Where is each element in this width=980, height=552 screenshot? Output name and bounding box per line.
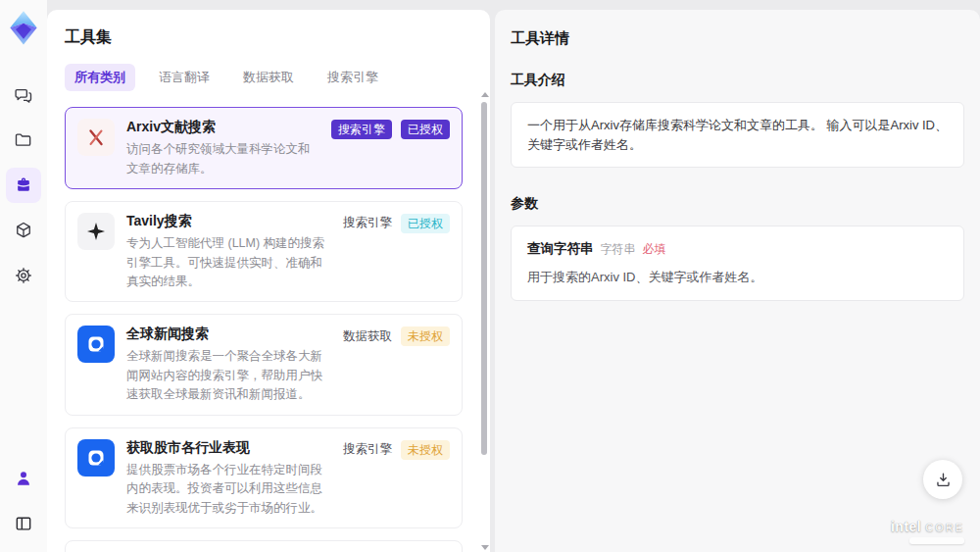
param-name: 查询字符串: [527, 239, 594, 259]
intro-heading: 工具介绍: [511, 72, 964, 89]
package-icon[interactable]: [6, 213, 41, 248]
scroll-down-icon[interactable]: [481, 545, 489, 550]
list-scrollbar[interactable]: [480, 92, 488, 550]
panel-layout-icon[interactable]: [6, 506, 41, 541]
status-badge: 未授权: [401, 440, 450, 460]
scroll-up-icon[interactable]: [481, 92, 489, 97]
arxiv-icon: [77, 119, 115, 156]
download-button[interactable]: [923, 460, 962, 499]
brand-subbar: [909, 537, 964, 544]
tool-desc: 专为人工智能代理 (LLM) 构建的搜索引擎工具。可快速提供实时、准确和真实的结…: [126, 234, 331, 291]
brand-core: core: [925, 522, 964, 533]
brand-intel: intel: [891, 519, 921, 534]
category-badge: 搜索引擎: [331, 120, 392, 139]
status-badge: 未授权: [401, 326, 450, 346]
category-tabs: 所有类别 语言翻译 数据获取 搜索引擎: [65, 64, 472, 91]
page-title: 工具集: [65, 27, 472, 48]
status-badge: 已授权: [401, 214, 450, 233]
tool-name: 全球新闻搜索: [126, 325, 331, 342]
param-desc: 用于搜索的Arxiv ID、关键字或作者姓名。: [527, 268, 948, 287]
tool-name: Tavily搜索: [126, 212, 331, 229]
intel-core-logo: intelcore: [891, 520, 964, 544]
params-heading: 参数: [511, 195, 964, 213]
news-search-icon: [77, 439, 115, 477]
param-card: 查询字符串 字符串 必填 用于搜索的Arxiv ID、关键字或作者姓名。: [511, 226, 964, 301]
chat-icon[interactable]: [6, 77, 41, 113]
param-type: 字符串: [601, 240, 636, 258]
download-icon: [934, 471, 953, 489]
tool-detail-panel: 工具详情 工具介绍 一个用于从Arxiv存储库搜索科学论文和文章的工具。 输入可…: [495, 10, 980, 552]
param-required-badge: 必填: [643, 240, 666, 258]
status-badge: 已授权: [401, 120, 450, 139]
tool-card-global-news[interactable]: 全球新闻搜索 全球新闻搜索是一个聚合全球各大新闻网站内容的搜索引擎，帮助用户快速…: [65, 314, 463, 415]
category-label: 数据获取: [343, 328, 392, 345]
left-rail: [0, 0, 47, 552]
tool-card-sector-performance[interactable]: 获取股市各行业表现 提供股票市场各个行业在特定时间段内的表现。投资者可以利用这些…: [65, 427, 463, 528]
main-content: 工具集 所有类别 语言翻译 数据获取 搜索引擎 Arxiv文献搜索 访问各个研究…: [47, 0, 980, 552]
tavily-sparkle-icon: [77, 213, 115, 250]
app-logo-gem-icon: [8, 10, 39, 43]
user-icon[interactable]: [6, 461, 41, 496]
briefcase-icon[interactable]: [6, 168, 41, 203]
category-label: 搜索引擎: [343, 441, 392, 458]
tab-all-categories[interactable]: 所有类别: [65, 64, 135, 91]
scrollbar-thumb[interactable]: [481, 102, 487, 455]
tool-desc: 提供股票市场各个行业在特定时间段内的表现。投资者可以利用这些信息来识别表现优于或…: [126, 461, 331, 518]
news-search-icon: [77, 326, 115, 363]
tab-search-engine[interactable]: 搜索引擎: [318, 64, 388, 91]
tool-card-arxiv[interactable]: Arxiv文献搜索 访问各个研究领域大量科学论文和文章的存储库。 搜索引擎 已授…: [65, 107, 463, 189]
tool-name: 获取股市各行业表现: [126, 438, 331, 456]
folder-icon[interactable]: [6, 123, 41, 158]
tool-desc: 全球新闻搜索是一个聚合全球各大新闻网站内容的搜索引擎，帮助用户快速获取全球最新资…: [126, 347, 331, 404]
tool-card-most-active-stocks[interactable]: 获取市场最活跃股票信息 提供当天交易量最高的股票列表，投资者可以利用这些信息来识…: [65, 540, 463, 552]
app-root: 工具集 所有类别 语言翻译 数据获取 搜索引擎 Arxiv文献搜索 访问各个研究…: [0, 0, 980, 552]
tool-list-panel: 工具集 所有类别 语言翻译 数据获取 搜索引擎 Arxiv文献搜索 访问各个研究…: [47, 10, 490, 552]
settings-icon[interactable]: [6, 258, 41, 293]
tab-data-fetch[interactable]: 数据获取: [233, 64, 304, 91]
intro-card: 一个用于从Arxiv存储库搜索科学论文和文章的工具。 输入可以是Arxiv ID…: [511, 102, 964, 168]
detail-title: 工具详情: [511, 29, 964, 48]
tab-language-translation[interactable]: 语言翻译: [149, 64, 220, 91]
tool-desc: 访问各个研究领域大量科学论文和文章的存储库。: [126, 140, 319, 178]
tool-name: Arxiv文献搜索: [126, 118, 319, 135]
category-label: 搜索引擎: [343, 215, 392, 231]
tool-card-tavily[interactable]: Tavily搜索 专为人工智能代理 (LLM) 构建的搜索引擎工具。可快速提供实…: [65, 201, 463, 302]
